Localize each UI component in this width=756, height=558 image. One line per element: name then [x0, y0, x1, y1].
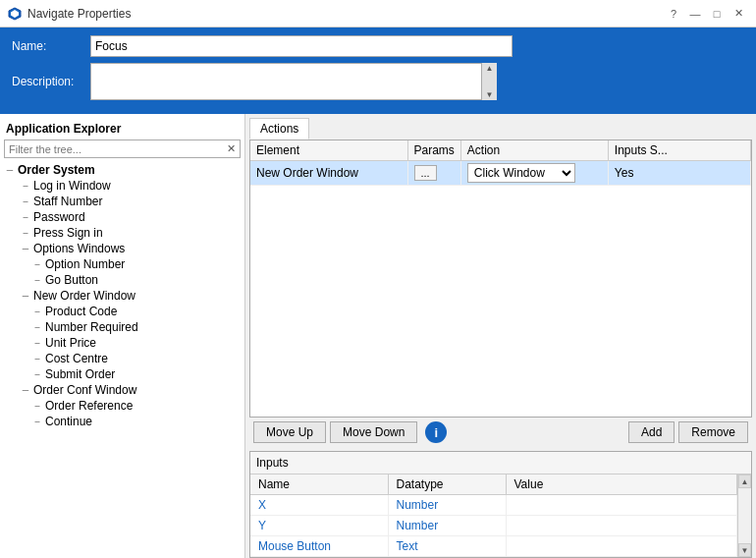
tree-label-unit-price: Unit Price	[45, 336, 96, 350]
cell-inputs-s-0: Yes	[608, 161, 750, 186]
remove-button[interactable]: Remove	[678, 421, 748, 443]
help-button[interactable]: ?	[664, 5, 683, 23]
name-input[interactable]	[90, 35, 513, 57]
description-input[interactable]	[90, 63, 497, 100]
main-content: Application Explorer ✕ ─ Order System – …	[0, 114, 756, 558]
tree-label-order-reference: Order Reference	[45, 399, 133, 413]
tree-item-password[interactable]: – Password	[4, 209, 241, 225]
tree: ─ Order System – Log in Window – Staff N…	[4, 162, 241, 558]
explorer-panel: Application Explorer ✕ ─ Order System – …	[0, 114, 245, 558]
tree-label-option-number: Option Number	[45, 257, 125, 271]
tree-label-login-window: Log in Window	[33, 179, 111, 193]
tree-label-submit-order: Submit Order	[45, 367, 115, 381]
add-button[interactable]: Add	[628, 421, 675, 443]
description-wrapper: ▲ ▼	[90, 63, 497, 100]
tree-item-staff-number[interactable]: – Staff Number	[4, 194, 241, 209]
expand-icon-options: ─	[20, 243, 31, 254]
action-row-0[interactable]: New Order Window ... Click Window Naviga…	[250, 161, 751, 186]
line-icon-password: –	[20, 211, 31, 223]
info-icon[interactable]: i	[425, 421, 447, 443]
name-row: Name:	[12, 35, 744, 57]
inputs-scroll-up[interactable]: ▲	[738, 474, 751, 488]
filter-input[interactable]	[5, 141, 223, 157]
action-dropdown-0: Click Window Navigate Enter Text Select	[467, 163, 602, 183]
col-element: Element	[250, 140, 407, 161]
col-name: Name	[250, 474, 388, 495]
tree-label-cost-centre: Cost Centre	[45, 352, 108, 365]
window-controls: ? — □ ✕	[664, 5, 748, 23]
line-icon-login: –	[20, 180, 31, 192]
tree-item-unit-price[interactable]: – Unit Price	[4, 335, 241, 351]
actions-header-row: Element Params Action Inputs S...	[250, 140, 751, 161]
action-select-0[interactable]: Click Window Navigate Enter Text Select	[467, 163, 575, 183]
tree-label-press-sign-in: Press Sign in	[33, 226, 103, 240]
tree-item-order-reference[interactable]: – Order Reference	[4, 398, 241, 414]
description-row: Description: ▲ ▼	[12, 63, 744, 100]
inputs-scroll-down[interactable]: ▼	[738, 543, 751, 557]
tree-label-staff-number: Staff Number	[33, 195, 102, 208]
move-down-button[interactable]: Move Down	[330, 421, 417, 443]
inputs-title: Inputs	[250, 452, 751, 474]
cell-action-0: Click Window Navigate Enter Text Select	[460, 161, 608, 186]
line-icon-option-number: –	[31, 258, 43, 270]
tree-item-number-required[interactable]: – Number Required	[4, 319, 241, 335]
close-button[interactable]: ✕	[729, 5, 748, 23]
actions-area: Element Params Action Inputs S... New Or…	[249, 140, 752, 418]
right-panel: Actions Element Params Action Inputs S..…	[245, 114, 756, 558]
input-row-mouse-button[interactable]: Mouse Button Text	[250, 536, 737, 557]
cell-value-y	[506, 516, 737, 536]
tree-item-new-order-window[interactable]: ─ New Order Window	[4, 288, 241, 304]
line-icon-number-req: –	[31, 321, 43, 333]
tree-item-order-conf-window[interactable]: ─ Order Conf Window	[4, 382, 241, 398]
description-label: Description:	[12, 75, 90, 88]
line-icon-signin: –	[20, 227, 31, 239]
inputs-header-row: Name Datatype Value	[250, 474, 737, 495]
cell-value-mouse	[506, 536, 737, 557]
tree-label-product-code: Product Code	[45, 305, 117, 318]
line-icon-order-ref: –	[31, 400, 43, 412]
tree-item-press-sign-in[interactable]: – Press Sign in	[4, 225, 241, 241]
cell-name-mouse: Mouse Button	[250, 536, 388, 557]
actions-table: Element Params Action Inputs S... New Or…	[250, 140, 751, 186]
cell-datatype-mouse: Text	[388, 536, 506, 557]
line-icon-submit: –	[31, 368, 43, 380]
tree-item-options-windows[interactable]: ─ Options Windows	[4, 241, 241, 256]
tree-item-product-code[interactable]: – Product Code	[4, 304, 241, 319]
tree-label-number-required: Number Required	[45, 320, 138, 334]
expand-icon-order-conf: ─	[20, 384, 31, 396]
scroll-up-arrow[interactable]: ▲	[482, 63, 497, 74]
cell-value-x	[506, 495, 737, 516]
tree-item-go-button[interactable]: – Go Button	[4, 272, 241, 288]
tree-item-order-system[interactable]: ─ Order System	[4, 162, 241, 178]
input-row-y[interactable]: Y Number	[250, 516, 737, 536]
app-icon	[8, 7, 22, 21]
line-icon-unit-price: –	[31, 337, 43, 349]
tab-actions[interactable]: Actions	[249, 118, 309, 140]
inputs-area: Inputs Name Datatype Value X Number	[249, 451, 752, 558]
move-up-button[interactable]: Move Up	[253, 421, 326, 443]
inputs-scrollbar: ▲ ▼	[737, 474, 751, 557]
filter-clear-button[interactable]: ✕	[223, 140, 240, 157]
col-inputs-s: Inputs S...	[608, 140, 750, 161]
tree-item-continue[interactable]: – Continue	[4, 414, 241, 429]
col-params: Params	[407, 140, 460, 161]
input-row-x[interactable]: X Number	[250, 495, 737, 516]
tree-item-option-number[interactable]: – Option Number	[4, 256, 241, 272]
scroll-down-arrow[interactable]: ▼	[482, 89, 497, 100]
line-icon-product: –	[31, 306, 43, 317]
tree-item-login-window[interactable]: – Log in Window	[4, 178, 241, 194]
cell-datatype-y: Number	[388, 516, 506, 536]
minimize-button[interactable]: —	[685, 5, 705, 23]
tree-item-submit-order[interactable]: – Submit Order	[4, 366, 241, 382]
explorer-title: Application Explorer	[4, 118, 241, 140]
tree-label-password: Password	[33, 210, 85, 224]
tree-item-cost-centre[interactable]: – Cost Centre	[4, 351, 241, 366]
col-action: Action	[460, 140, 608, 161]
title-bar: Navigate Properties ? — □ ✕	[0, 0, 756, 28]
tree-label-new-order-window: New Order Window	[33, 289, 135, 303]
params-button-0[interactable]: ...	[414, 165, 437, 181]
cell-params-0: ...	[407, 161, 460, 186]
line-icon-go: –	[31, 274, 43, 286]
maximize-button[interactable]: □	[707, 5, 727, 23]
col-datatype: Datatype	[388, 474, 506, 495]
